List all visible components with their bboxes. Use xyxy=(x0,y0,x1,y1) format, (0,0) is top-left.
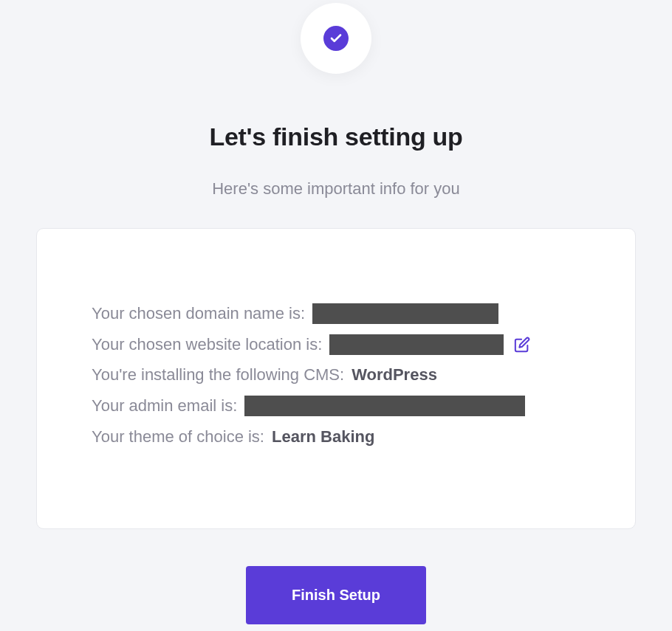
theme-label: Your theme of choice is: xyxy=(92,426,264,448)
checkmark-icon xyxy=(323,26,349,51)
email-value-redacted xyxy=(244,396,525,416)
domain-label: Your chosen domain name is: xyxy=(92,303,305,325)
cms-label: You're installing the following CMS: xyxy=(92,364,344,386)
theme-value: Learn Baking xyxy=(272,426,374,448)
cms-value: WordPress xyxy=(352,364,437,386)
summary-card: Your chosen domain name is: Your chosen … xyxy=(36,228,636,529)
theme-row: Your theme of choice is: Learn Baking xyxy=(92,426,580,448)
location-value-redacted xyxy=(329,334,504,355)
domain-value-redacted xyxy=(312,303,498,324)
page-title: Let's finish setting up xyxy=(209,123,462,151)
location-label: Your chosen website location is: xyxy=(92,334,322,356)
cms-row: You're installing the following CMS: Wor… xyxy=(92,364,580,386)
location-row: Your chosen website location is: xyxy=(92,334,580,356)
domain-row: Your chosen domain name is: xyxy=(92,303,580,325)
finish-setup-button[interactable]: Finish Setup xyxy=(246,566,426,624)
success-badge xyxy=(301,3,371,74)
page-subtitle: Here's some important info for you xyxy=(212,179,460,199)
email-label: Your admin email is: xyxy=(92,395,237,417)
edit-location-icon[interactable] xyxy=(514,337,530,353)
email-row: Your admin email is: xyxy=(92,395,580,417)
